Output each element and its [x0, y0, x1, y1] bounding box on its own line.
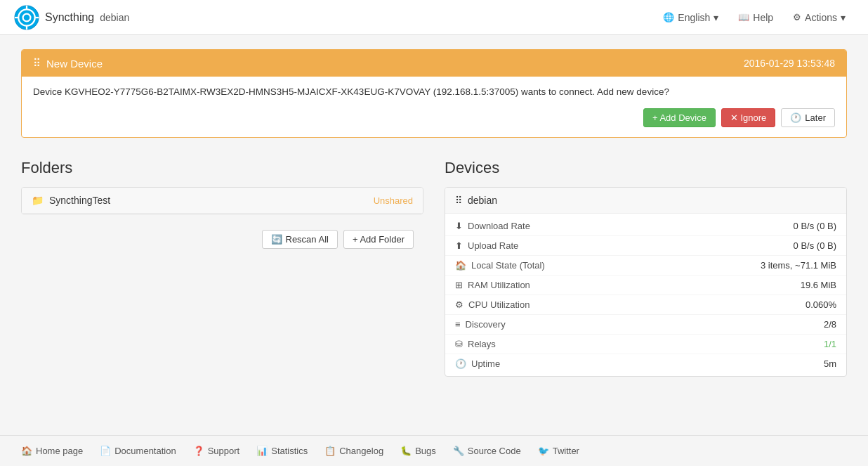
- device-icon: ⠿: [455, 195, 462, 206]
- later-button[interactable]: 🕐 Later: [781, 108, 835, 127]
- stat-download-label: ⬇ Download Rate: [455, 221, 794, 231]
- actions-button[interactable]: ⚙ Actions ▾: [784, 8, 854, 27]
- stat-local-state: 🏠 Local State (Total) 3 items, ~71.1 MiB: [445, 256, 846, 276]
- device-card: ⠿ debian ⬇ Download Rate 0 B/s (0 B) ⬆: [445, 187, 847, 377]
- devices-section: Devices ⠿ debian ⬇ Download Rate 0 B/s (…: [445, 159, 847, 377]
- add-device-button[interactable]: + Add Device: [643, 108, 716, 127]
- stat-upload-rate: ⬆ Upload Rate 0 B/s (0 B): [445, 236, 846, 256]
- help-label: Help: [753, 12, 773, 23]
- help-button[interactable]: 📖 Help: [730, 8, 782, 27]
- stat-discovery-label: ≡ Discovery: [455, 319, 824, 330]
- stat-uptime: 🕐 Uptime 5m: [445, 354, 846, 373]
- stat-download-rate: ⬇ Download Rate 0 B/s (0 B): [445, 216, 846, 236]
- discovery-icon: ≡: [455, 319, 461, 330]
- two-column-layout: Folders 📁 SyncthingTest Unshared 🔄 Resca…: [21, 159, 847, 377]
- gear-icon: ⚙: [793, 12, 801, 22]
- language-label: English: [678, 12, 710, 23]
- alert-timestamp: 2016-01-29 13:53:48: [744, 58, 835, 69]
- rescan-all-button[interactable]: 🔄 Rescan All: [262, 230, 338, 249]
- relays-icon: ⛁: [455, 339, 463, 349]
- stat-discovery: ≡ Discovery 2/8: [445, 315, 846, 335]
- navbar-right: 🌐 English ▾ 📖 Help ⚙ Actions ▾: [655, 8, 854, 27]
- actions-label: Actions: [805, 12, 837, 23]
- alert-header: ⠿ New Device 2016-01-29 13:53:48: [22, 50, 846, 77]
- alert-actions: + Add Device ✕ Ignore 🕐 Later: [22, 101, 846, 137]
- stat-upload-label: ⬆ Upload Rate: [455, 240, 794, 251]
- stat-cpu: ⚙ CPU Utilization 0.060%: [445, 295, 846, 315]
- rescan-icon: 🔄: [271, 234, 282, 245]
- actions-chevron-icon: ▾: [841, 12, 846, 23]
- stat-local-label: 🏠 Local State (Total): [455, 260, 761, 271]
- stat-ram-label: ⊞ RAM Utilization: [455, 280, 801, 290]
- device-header: ⠿ debian: [445, 188, 846, 214]
- alert-header-left: ⠿ New Device: [33, 57, 103, 70]
- folders-title: Folders: [21, 159, 423, 177]
- stat-local-value: 3 items, ~71.1 MiB: [761, 260, 836, 271]
- language-button[interactable]: 🌐 English ▾: [655, 8, 727, 27]
- home-icon: 🏠: [455, 260, 466, 271]
- new-device-alert: ⠿ New Device 2016-01-29 13:53:48 Device …: [21, 49, 847, 138]
- brand-logo-icon: [14, 5, 39, 30]
- main-content: ⠿ New Device 2016-01-29 13:53:48 Device …: [0, 35, 868, 391]
- stat-ram: ⊞ RAM Utilization 19.6 MiB: [445, 276, 846, 295]
- add-folder-label: + Add Folder: [353, 234, 405, 245]
- upload-icon: ⬆: [455, 240, 463, 251]
- folder-name-wrap: 📁 SyncthingTest: [32, 195, 110, 206]
- alert-title: New Device: [46, 58, 103, 70]
- stat-relays-label: ⛁ Relays: [455, 339, 824, 349]
- alert-message: Device KGVHEO2-Y7775G6-B2TAIMX-RW3EX2D-H…: [33, 86, 669, 97]
- stat-download-value: 0 B/s (0 B): [794, 221, 836, 231]
- cpu-icon: ⚙: [455, 299, 463, 310]
- ram-icon: ⊞: [455, 280, 463, 290]
- alert-body: Device KGVHEO2-Y7775G6-B2TAIMX-RW3EX2D-H…: [22, 77, 846, 101]
- brand-name: Syncthing: [45, 11, 94, 24]
- navbar-hostname: debian: [100, 12, 129, 23]
- stat-cpu-value: 0.060%: [805, 299, 836, 310]
- uptime-icon: 🕐: [455, 358, 466, 369]
- folder-status: Unshared: [374, 195, 413, 206]
- stat-discovery-value: 2/8: [824, 319, 836, 330]
- stat-relays: ⛁ Relays 1/1: [445, 335, 846, 354]
- stat-upload-value: 0 B/s (0 B): [794, 240, 836, 251]
- devices-title: Devices: [445, 159, 847, 177]
- ignore-button[interactable]: ✕ Ignore: [721, 108, 775, 127]
- stat-relays-value: 1/1: [824, 339, 836, 349]
- device-stats: ⬇ Download Rate 0 B/s (0 B) ⬆ Upload Rat…: [445, 214, 846, 376]
- later-icon: 🕐: [790, 112, 801, 123]
- new-device-icon: ⠿: [33, 57, 41, 70]
- add-device-label: + Add Device: [652, 112, 706, 123]
- brand-link[interactable]: Syncthing: [14, 5, 94, 30]
- download-icon: ⬇: [455, 221, 463, 231]
- globe-icon: 🌐: [663, 12, 674, 22]
- folder-name: SyncthingTest: [49, 195, 110, 206]
- book-icon: 📖: [738, 12, 749, 22]
- rescan-label: Rescan All: [286, 234, 329, 245]
- stat-uptime-label: 🕐 Uptime: [455, 358, 824, 369]
- stat-ram-value: 19.6 MiB: [801, 280, 836, 290]
- device-name: debian: [468, 195, 497, 206]
- add-folder-button[interactable]: + Add Folder: [343, 230, 414, 249]
- stat-cpu-label: ⚙ CPU Utilization: [455, 299, 805, 310]
- folder-icon: 📁: [32, 195, 44, 206]
- language-chevron-icon: ▾: [714, 12, 718, 23]
- folder-actions: 🔄 Rescan All + Add Folder: [21, 223, 423, 256]
- folder-header: 📁 SyncthingTest Unshared: [22, 188, 423, 214]
- later-label: Later: [805, 112, 826, 123]
- ignore-label: ✕ Ignore: [730, 112, 766, 123]
- stat-uptime-value: 5m: [824, 358, 836, 369]
- navbar: Syncthing debian 🌐 English ▾ 📖 Help ⚙ Ac…: [0, 0, 868, 35]
- folders-section: Folders 📁 SyncthingTest Unshared 🔄 Resca…: [21, 159, 423, 377]
- folder-card: 📁 SyncthingTest Unshared: [21, 187, 423, 214]
